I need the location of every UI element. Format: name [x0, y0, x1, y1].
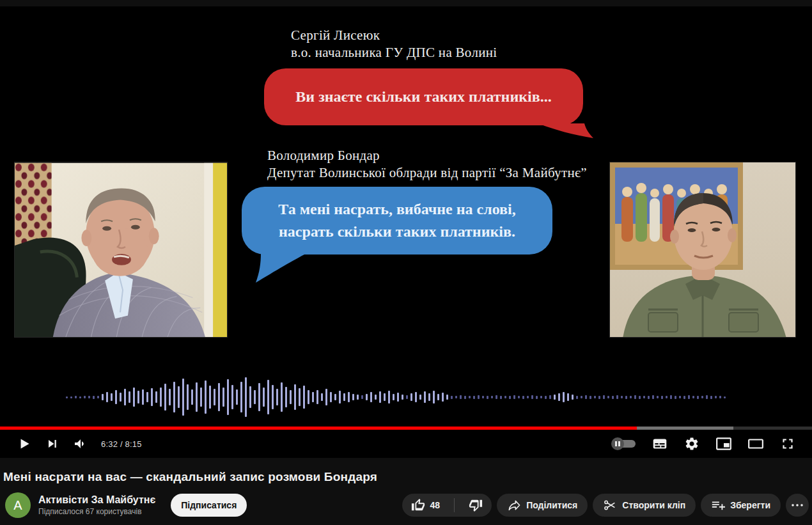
dislike-button[interactable]: [460, 494, 492, 517]
like-count: 48: [430, 500, 441, 510]
speaker1-caption: Сергій Лисеюк в.о. начальника ГУ ДПС на …: [291, 27, 497, 61]
play-icon: [16, 435, 33, 452]
waveform: [66, 376, 735, 418]
photo-right-speaker: [609, 162, 796, 338]
share-icon: [507, 498, 521, 512]
fullscreen-button[interactable]: [774, 431, 802, 457]
video-title: Мені насрати на вас — скандальний запис …: [3, 470, 809, 484]
clip-label: Створити кліп: [622, 500, 685, 510]
play-button[interactable]: [10, 431, 38, 457]
player-controls: 6:32 / 8:15: [0, 430, 812, 458]
subscriber-count: Підписалося 67 користувачів: [38, 507, 155, 516]
autoplay-toggle[interactable]: [611, 437, 637, 450]
avatar-initial: A: [13, 498, 22, 513]
dislike-icon: [469, 498, 483, 512]
like-dislike-pill: 48: [402, 494, 492, 517]
miniplayer-icon: [715, 435, 732, 452]
settings-gear-icon: [684, 436, 699, 451]
theater-icon: [747, 435, 764, 452]
channel-row: A Активісти За Майбутнє Підписалося 67 к…: [3, 492, 809, 518]
more-dots-icon: [790, 498, 805, 513]
blue-bubble-tail: [256, 253, 307, 283]
autoplay-pause-icon: [611, 437, 624, 450]
like-icon: [411, 498, 425, 512]
fullscreen-icon: [779, 435, 796, 452]
speaker1-title: в.о. начальника ГУ ДПС на Волині: [291, 44, 497, 61]
volume-button[interactable]: [66, 431, 95, 457]
save-label: Зберегти: [730, 500, 770, 510]
next-icon: [45, 436, 60, 451]
playlist-add-icon: [711, 498, 725, 512]
video-info-section: Мені насрати на вас — скандальний запис …: [0, 458, 812, 518]
clip-button[interactable]: Створити кліп: [593, 494, 696, 517]
more-button[interactable]: [786, 494, 809, 517]
speaker2-title: Депутат Волинської облради від партії “З…: [267, 164, 587, 182]
save-button[interactable]: Зберегти: [701, 494, 781, 517]
subscribe-button[interactable]: Підписатися: [171, 494, 247, 517]
theater-button[interactable]: [742, 431, 770, 457]
blue-speech-bubble: Та мені насрать, вибачне на слові, насра…: [242, 187, 552, 255]
action-buttons: 48 Поділитися Створити кліп: [402, 494, 809, 517]
share-button[interactable]: Поділитися: [497, 494, 588, 517]
subtitles-button[interactable]: [646, 431, 674, 457]
red-bubble-tail: [538, 123, 593, 139]
photo-left-speaker: [14, 162, 228, 338]
channel-name[interactable]: Активісти За Майбутнє: [38, 494, 155, 506]
volume-icon: [73, 436, 88, 451]
scissors-icon: [603, 498, 617, 512]
channel-avatar[interactable]: A: [5, 492, 31, 518]
blue-bubble-line1: Та мені насрать, вибачне на слові,: [278, 198, 515, 221]
miniplayer-button[interactable]: [710, 431, 738, 457]
share-label: Поділитися: [526, 500, 577, 510]
speaker2-caption: Володимир Бондар Депутат Волинської облр…: [267, 147, 587, 182]
red-bubble-text: Ви знаєте скільки таких платників...: [295, 88, 551, 106]
video-player[interactable]: Сергій Лисеюк в.о. начальника ГУ ДПС на …: [0, 0, 812, 458]
youtube-watch-page: Сергій Лисеюк в.о. начальника ГУ ДПС на …: [0, 0, 812, 518]
subtitles-icon: [652, 435, 668, 452]
time-display: 6:32 / 8:15: [101, 439, 142, 449]
like-button[interactable]: 48: [402, 494, 449, 517]
speaker1-name: Сергій Лисеюк: [291, 27, 497, 44]
settings-button[interactable]: [678, 431, 706, 457]
next-button[interactable]: [38, 431, 66, 457]
blue-bubble-line2: насрать скільки таких платників.: [279, 221, 515, 243]
like-dislike-divider: [454, 498, 455, 512]
speaker2-name: Володимир Бондар: [267, 147, 587, 164]
red-speech-bubble: Ви знаєте скільки таких платників...: [264, 68, 583, 125]
